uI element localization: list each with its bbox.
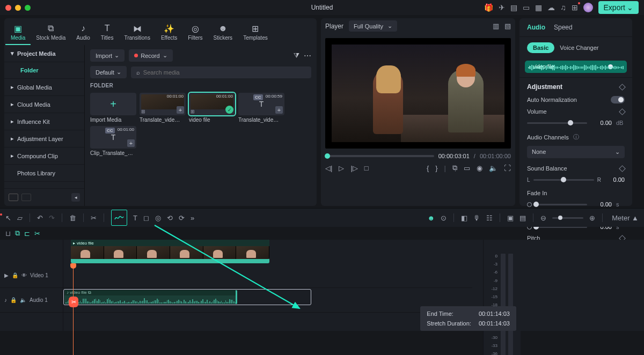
quality-dropdown[interactable]: Full Quality⌄ (349, 20, 397, 32)
color-tool-icon[interactable]: ◎ (155, 214, 161, 222)
user-avatar[interactable] (583, 3, 593, 12)
text-tool-icon[interactable]: T (133, 214, 137, 222)
new-bin-button[interactable] (21, 194, 31, 201)
mark-out-icon[interactable]: } (435, 164, 437, 172)
tab-effects[interactable]: ✨Effects (156, 20, 182, 45)
tab-templates[interactable]: ⊞Templates (238, 20, 273, 45)
preview-viewport[interactable] (325, 38, 511, 149)
keyframe-icon[interactable] (619, 108, 626, 115)
record-dropdown[interactable]: Record⌄ (129, 49, 172, 62)
mark-in-icon[interactable]: { (427, 164, 429, 172)
pointer-tool-icon[interactable]: ↖ (5, 214, 11, 222)
link-icon[interactable]: ⧉ (15, 229, 20, 238)
magnet-icon[interactable]: ⊔ (5, 230, 11, 238)
fade-handle-icon[interactable] (527, 202, 532, 207)
new-folder-button[interactable] (9, 194, 18, 201)
chip-basic[interactable]: Basic (527, 42, 554, 53)
tree-project-media[interactable]: ▾Project Media (4, 45, 84, 62)
media-item[interactable]: 00:01:00⊞+ Translate_vide… (140, 93, 186, 123)
more-tools-icon[interactable]: » (191, 214, 194, 222)
tab-filters[interactable]: ◎Filters (182, 20, 208, 45)
mic-icon[interactable]: 🎙 (473, 214, 480, 222)
next-frame-button[interactable]: |▷ (350, 164, 357, 172)
playhead[interactable] (73, 268, 74, 355)
lock-icon[interactable]: 🔒 (10, 297, 17, 303)
clip-stretch-handle[interactable] (236, 290, 237, 304)
chip-voice-changer[interactable]: Voice Changer (560, 45, 598, 51)
tab-stock-media[interactable]: ⧉Stock Media (31, 20, 71, 45)
more-icon[interactable]: ⋯ (304, 51, 311, 60)
search-media-field[interactable]: ⌕ (131, 66, 311, 78)
volume-icon[interactable]: 🔈 (489, 164, 497, 172)
keyframe-icon[interactable] (619, 165, 626, 172)
tree-folder[interactable]: Folder (4, 62, 84, 79)
mute-icon[interactable]: 🔈 (20, 297, 26, 303)
channels-select[interactable]: None⌄ (527, 146, 625, 158)
redo-icon[interactable]: ↷ (49, 214, 55, 222)
save-icon[interactable]: ▦ (535, 3, 542, 12)
keyframe-icon[interactable] (619, 84, 626, 91)
mixer-icon[interactable]: ☷ (486, 214, 493, 222)
media-item-selected[interactable]: 00:01:00⊞✓ video file (189, 93, 235, 123)
fade-in-value[interactable]: 0.00 (591, 201, 612, 208)
sort-dropdown[interactable]: Default⌄ (90, 66, 127, 78)
auto-norm-toggle[interactable] (611, 96, 625, 103)
fullscreen-icon[interactable]: ⛶ (504, 164, 511, 172)
rotate-icon[interactable]: ⟲ (167, 214, 173, 222)
meter-toggle[interactable]: Meter ▲ (612, 214, 639, 222)
tree-cloud-media[interactable]: ▸Cloud Media (4, 96, 84, 113)
balance-value[interactable]: 0.00 (604, 176, 625, 183)
tab-audio[interactable]: ♪Audio (71, 20, 96, 45)
info-icon[interactable]: ⓘ (573, 133, 579, 141)
import-dropdown[interactable]: Import⌄ (90, 49, 125, 62)
crop-icon[interactable]: ⧉̣ (452, 164, 457, 172)
apps-icon[interactable]: ⊞ (572, 3, 578, 12)
volume-slider[interactable] (527, 122, 587, 124)
tree-adjustment-layer[interactable]: ▸Adjustment Layer (4, 130, 84, 147)
render-icon[interactable]: ▣ (507, 214, 514, 222)
zoom-in-icon[interactable]: ⊕ (589, 214, 595, 222)
rotate2-icon[interactable]: ⟳ (179, 214, 185, 222)
undo-icon[interactable]: ↶ (37, 214, 43, 222)
send-icon[interactable]: ✈ (499, 3, 505, 12)
seek-bar[interactable] (325, 155, 434, 157)
split-icon[interactable]: ✂ (91, 214, 97, 222)
media-item[interactable]: TCC00:01:00+ Clip_Translate_… (90, 126, 136, 156)
media-item[interactable]: TCC00:00:59+ Translate_vide… (238, 93, 284, 123)
visibility-icon[interactable]: 👁 (21, 272, 27, 278)
library-icon[interactable]: ▤ (510, 3, 517, 12)
close-window[interactable] (5, 5, 11, 11)
compare-view-icon[interactable]: ▥ (493, 22, 499, 30)
filter-icon[interactable]: ⧩ (294, 51, 299, 60)
maximize-window[interactable] (25, 5, 31, 11)
render2-icon[interactable]: ▤ (519, 214, 526, 222)
tree-global-media[interactable]: ▸Global Media (4, 79, 84, 96)
tab-media[interactable]: ▣Media (5, 20, 31, 45)
zoom-out-icon[interactable]: ⊖ (540, 214, 546, 222)
play-button[interactable]: ▷ (339, 164, 344, 172)
snapshot-icon[interactable]: ◉ (477, 164, 482, 172)
tab-transitions[interactable]: ⧓Transitions (119, 20, 156, 45)
fade-in-slider[interactable] (536, 204, 587, 205)
cut-marker-icon[interactable]: ✂ (34, 230, 40, 238)
prev-frame-button[interactable]: ◁| (325, 164, 332, 172)
tab-speed-props[interactable]: Speed (554, 24, 573, 31)
display-icon[interactable]: ▭ (464, 164, 470, 172)
add-to-timeline-button[interactable]: + (177, 106, 184, 114)
tree-compound-clip[interactable]: ▸Compound Clip (4, 147, 84, 165)
marker-icon[interactable]: ◧ (461, 214, 467, 222)
lock-icon[interactable]: 🔒 (12, 272, 18, 278)
minimize-window[interactable] (15, 5, 21, 11)
cut-indicator[interactable]: ✂ (69, 297, 78, 307)
ai-tool-icon[interactable]: ☻ (428, 214, 435, 222)
audio-clip[interactable]: ♪ video file ⧉ (64, 290, 237, 304)
tab-titles[interactable]: TTitles (96, 20, 119, 45)
volume-value[interactable]: 0.00 (591, 120, 612, 126)
crop-tool-icon[interactable]: ◻ (143, 214, 149, 222)
zoom-slider[interactable] (552, 217, 583, 219)
speed-ramp-tool[interactable] (111, 210, 127, 226)
import-media-tile[interactable]: + Import Media (90, 93, 136, 123)
tree-photos-library[interactable]: ▸Photos Library (4, 165, 84, 182)
delete-icon[interactable]: 🗑 (69, 214, 76, 222)
video-clip[interactable]: ▸video file (71, 240, 269, 259)
